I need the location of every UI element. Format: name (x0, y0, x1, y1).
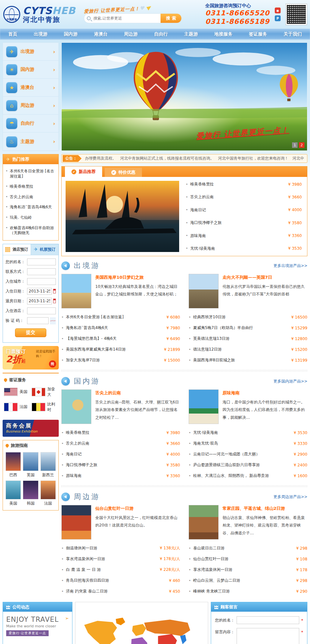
nav-item-outbound[interactable]: 出境游 (32, 31, 49, 37)
social-icon-2[interactable]: P (275, 15, 281, 21)
product-row[interactable]: •享水湾温泉休闲一日游¥ 178 (189, 564, 307, 575)
tab-new-products[interactable]: ✔新品推荐 (65, 166, 102, 177)
guide-france[interactable]: 法国 (40, 480, 56, 506)
nav-item-hkmotw[interactable]: 港澳台 (92, 31, 110, 37)
ticket-ad-banner[interactable]: 门票预订 2折起 就是猛戳随手购！ 抢 (3, 346, 59, 369)
submit-button[interactable]: 提交 (15, 328, 46, 337)
featured-card[interactable]: 美国西海岸10日梦幻之旅10天畅游3大经典城市及著名景点：湾边之城旧金山，梦幻之… (61, 274, 180, 308)
visa-belgium[interactable]: 比利时 (32, 401, 57, 413)
nav-item-nearby[interactable]: 周边游 (122, 31, 140, 37)
city-input[interactable] (27, 278, 56, 285)
sidebar-item-nearby[interactable]: ⌂ 周边游› (3, 97, 58, 115)
nav-item-theme[interactable]: 主题游 (182, 31, 200, 37)
product-row[interactable]: •本州6天冬日全景游 [名古屋往返]¥ 6080 (61, 312, 180, 322)
calendar-icon[interactable] (53, 299, 56, 303)
hot-item[interactable]: •本州6天冬日全景游 [名古屋往返] (6, 166, 56, 181)
featured-card[interactable]: 原味海南海口，是中国少有的几个特别好过的城市之一。因为生活程度低，人们容易生活，… (189, 389, 307, 424)
nav-item-domestic[interactable]: 国内游 (62, 31, 79, 37)
hot-item[interactable]: •玩美. 七仙岭 (6, 212, 56, 223)
product-row[interactable]: •济南 趵突泉 泰山二日游¥ 450 (61, 586, 180, 597)
hot-item[interactable]: •唯美香格里拉 (6, 181, 56, 192)
visa-canada[interactable]: 加拿大 (32, 386, 57, 398)
nav-item-visa[interactable]: 签证服务 (247, 31, 269, 37)
visa-usa[interactable]: 美国 (4, 386, 30, 398)
checkin-date-input[interactable] (27, 288, 52, 295)
guide-brazil[interactable]: 巴西 (6, 452, 21, 478)
product-row[interactable]: •海角私语¨普吉岛4晚6天¥ 7980 (61, 322, 180, 333)
promo-photo[interactable] (66, 181, 179, 252)
guest-name-input[interactable] (27, 259, 56, 265)
logo[interactable]: 中国青旅 CYTSHEB 河北中青旅 (3, 5, 75, 24)
product-row[interactable]: •【海景城堡巴厘岛】- 4晚6天¥ 6490 (61, 333, 180, 344)
product-row[interactable]: •美国西海岸8日双城之旅¥ 13199 (189, 355, 307, 366)
product-row[interactable]: •云南日记——河北一地成团（昆大丽）¥ 2900 (189, 449, 307, 460)
hero-banner[interactable]: 爱旅行 让世界更近一点！ 1 2 (61, 42, 307, 151)
guide-uk[interactable]: 英国 (23, 452, 38, 478)
guide-usa[interactable]: 美国 (6, 480, 21, 506)
hot-item[interactable]: •海角私语¨普吉岛4晚6天 (6, 202, 56, 212)
product-row[interactable]: •美国东西海岸夏威夷大瀑布14日游¥ 21899 (61, 344, 180, 355)
promo-item[interactable]: •唯美香格里拉¥ 3980 (186, 181, 302, 187)
featured-card[interactable]: 走向大不列颠——英国7日伦敦从古代罗马帝国以来一直保持着自己的悠久传统，是被称为… (189, 274, 307, 308)
more-link[interactable]: 更多国内游产品>> (273, 379, 307, 384)
featured-card[interactable]: 舌尖上的云南舌尖上的云南--昆明、石林、大理、丽江双飞6日游从旅游各要素全方位阐… (61, 389, 180, 424)
visa-france[interactable]: 法国 (4, 401, 30, 413)
hot-item[interactable]: •舌尖上的云南 (6, 192, 56, 202)
product-row[interactable]: •御温塘休闲一日游¥ 138元/人 (61, 543, 180, 554)
banner-page-1[interactable]: 1 (292, 142, 298, 148)
featured-card[interactable]: 常家庄园、平遥古城、绵山2日游朝山访古泉、求仙拜神佛、登岭赏松柏、看悬泉柏龙、望… (189, 505, 307, 540)
product-row[interactable]: •夏威夷5晚7日（欧胡岛）半自由行¥ 15299 (189, 322, 307, 333)
featured-card[interactable]: 仙台山赏红叶一日游全国十大红叶风景区之一，红叶规模是北京香山的20倍！这就是河北… (61, 505, 180, 540)
search-button[interactable]: 搜 索 (161, 13, 181, 23)
product-row[interactable]: •无忧·绿美海南¥ 3530 (189, 427, 307, 438)
product-row[interactable]: •白 鹿 温 泉 一 日 游¥ 228元/人 (61, 564, 180, 575)
guide-nz[interactable]: 新西兰 (40, 452, 56, 478)
promo-item[interactable]: •原味海南¥ 3360 (186, 233, 302, 239)
calendar-icon[interactable] (53, 289, 56, 293)
business-expo-banner[interactable]: 商务会展 Business Exhibition (3, 420, 59, 437)
product-row[interactable]: •英美德法意瑞13日游¥ 12800 (189, 333, 307, 344)
guide-korea[interactable]: 韩国 (23, 480, 38, 506)
captcha-input[interactable] (27, 317, 49, 324)
product-row[interactable]: •海南日记¥ 4000 (61, 449, 180, 460)
nav-item-freetravel[interactable]: 自由行 (152, 31, 170, 37)
tab-flight-booking[interactable]: ✈机票预订 (31, 244, 59, 255)
product-row[interactable]: •海口悦净椰子之旅¥ 3580 (61, 460, 180, 470)
product-row[interactable]: •唯美香格里拉¥ 3980 (61, 427, 180, 438)
more-link[interactable]: 更多出境游产品>> (273, 263, 307, 269)
contact-input[interactable] (27, 268, 56, 275)
guest-name-input[interactable] (237, 616, 299, 624)
product-row[interactable]: •德法意瑞12日游¥ 15200 (189, 344, 307, 355)
message-textarea[interactable] (237, 628, 299, 644)
product-row[interactable]: •享水湾温泉休闲一日游¥ 178元/人 (61, 554, 180, 564)
product-row[interactable]: •崆山白云洞、云梦山二日游¥ 298 (189, 575, 307, 586)
product-row[interactable]: •峰林峡 青龙峡三日游¥ 290 (189, 586, 307, 597)
search-input[interactable] (91, 16, 161, 21)
product-row[interactable]: •庐山婺源景德镇三清山双卧六日尊享游¥ 2400 (189, 460, 307, 470)
nav-item-home[interactable]: 首页 (6, 31, 19, 37)
tab-special-offers[interactable]: ✔特价优惠 (105, 168, 142, 177)
promo-item[interactable]: •海南日记¥ 4000 (186, 207, 302, 213)
tab-hotel-booking[interactable]: 酒店预订 (3, 244, 31, 255)
promo-item[interactable]: •无忧·绿美海南¥ 3530 (186, 246, 302, 251)
product-row[interactable]: •舌尖上的云南¥ 3660 (61, 438, 180, 449)
checkout-date-input[interactable] (27, 298, 52, 305)
product-row[interactable]: •仙台山赏红叶一日游¥ 108 (189, 554, 307, 564)
promo-item[interactable]: •海口悦净椰子之旅¥ 3580 (186, 220, 302, 226)
sidebar-item-domestic[interactable]: ☀ 国内游› (3, 61, 58, 79)
hot-item[interactable]: •欢畅普吉4晚6日半自助游（无购物无 (6, 223, 56, 238)
banner-page-2[interactable]: 2 (299, 142, 304, 148)
nav-item-ground[interactable]: 地接服务 (212, 31, 234, 37)
product-row[interactable]: •桂林、大漓江山水、阳朔西街， 新品尊贵游¥ 1600 (189, 470, 307, 481)
product-row[interactable]: •海南无忧·双岛¥ 3330 (189, 438, 307, 449)
product-row[interactable]: •经典西班牙10日游¥ 16500 (189, 312, 307, 322)
nav-item-about[interactable]: 关于我们 (282, 31, 304, 37)
hotel-input[interactable] (27, 307, 56, 314)
sidebar-item-theme[interactable]: ♨ 主题游› (3, 133, 58, 150)
sidebar-item-hkmotw[interactable]: ★ 港澳台› (3, 79, 58, 97)
sidebar-item-outbound[interactable]: ✈ 出境游› (3, 43, 58, 61)
product-row[interactable]: •泰山观日出二日游¥ 298 (189, 543, 307, 554)
product-row[interactable]: •青岛日照海滨假日四日游¥ 460 (61, 575, 180, 586)
promo-item[interactable]: •舌尖上的云南¥ 3660 (186, 194, 302, 200)
weibo-icon[interactable]: ◉ (275, 8, 281, 13)
